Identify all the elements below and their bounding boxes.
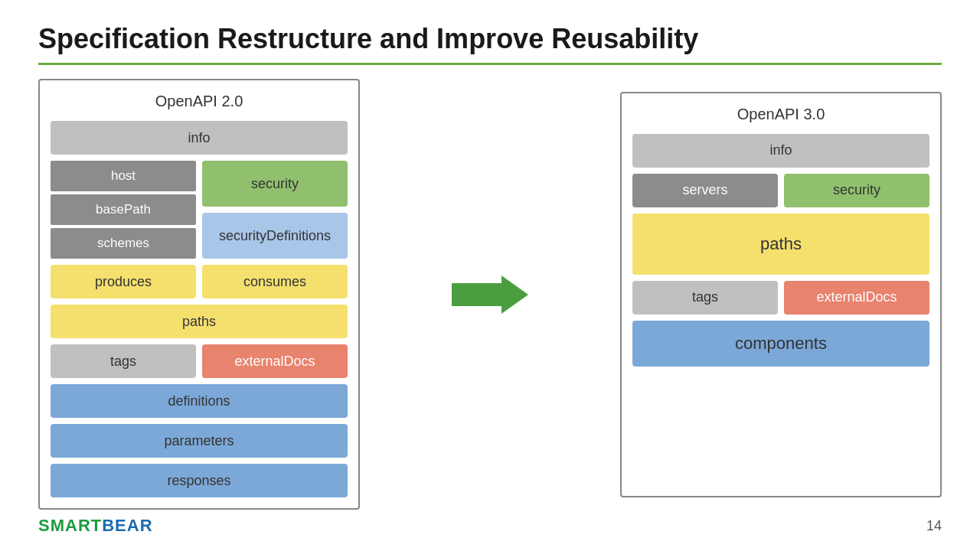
left-definitions-cell: definitions (51, 384, 348, 418)
right-info-cell: info (632, 134, 929, 168)
brand-logo: SMARTBEAR (38, 516, 153, 536)
right-externaldocs-cell: externalDocs (784, 281, 929, 315)
page-title: Specification Restructure and Improve Re… (38, 23, 942, 55)
right-diagram: OpenAPI 3.0 info servers security paths … (620, 92, 942, 497)
arrow-area (360, 268, 620, 321)
left-host-cell: host (51, 161, 196, 191)
left-securitydefinitions-cell: securityDefinitions (202, 213, 348, 259)
svg-marker-0 (452, 276, 528, 314)
left-row-tags-externaldocs: tags externalDocs (51, 344, 348, 378)
left-produces-cell: produces (51, 265, 196, 298)
brand-smart: SMART (38, 516, 102, 535)
right-tags-cell: tags (632, 281, 778, 315)
page-number: 14 (926, 518, 942, 534)
left-security-cell: security (202, 161, 348, 207)
brand-bear: BEAR (102, 516, 152, 535)
right-row-servers-security: servers security (632, 174, 929, 207)
right-row-tags-externaldocs: tags externalDocs (632, 281, 929, 315)
footer: SMARTBEAR 14 (38, 516, 942, 536)
left-schemes-cell: schemes (51, 228, 196, 259)
left-diagram: OpenAPI 2.0 info host basePath schemes s… (38, 79, 360, 510)
left-diagram-title: OpenAPI 2.0 (51, 93, 348, 110)
right-servers-cell: servers (632, 174, 778, 207)
right-components-cell: components (632, 321, 929, 367)
left-consumes-cell: consumes (202, 265, 348, 298)
left-parameters-cell: parameters (51, 424, 348, 458)
right-paths-cell: paths (632, 214, 929, 275)
arrow-icon (452, 268, 528, 321)
left-externaldocs-cell: externalDocs (202, 344, 348, 378)
left-tags-cell: tags (51, 344, 196, 378)
main-content: OpenAPI 2.0 info host basePath schemes s… (38, 79, 942, 510)
left-row-host-security: host basePath schemes security securityD… (51, 161, 348, 259)
divider-line (38, 63, 942, 65)
left-paths-cell: paths (51, 305, 348, 338)
left-stack-host: host basePath schemes (51, 161, 196, 259)
left-info-cell: info (51, 121, 348, 155)
right-diagram-title: OpenAPI 3.0 (632, 106, 929, 123)
left-responses-cell: responses (51, 464, 348, 497)
right-security-cell: security (784, 174, 929, 207)
left-row-produces-consumes: produces consumes (51, 265, 348, 298)
slide: Specification Restructure and Improve Re… (0, 0, 980, 551)
left-basepath-cell: basePath (51, 194, 196, 225)
